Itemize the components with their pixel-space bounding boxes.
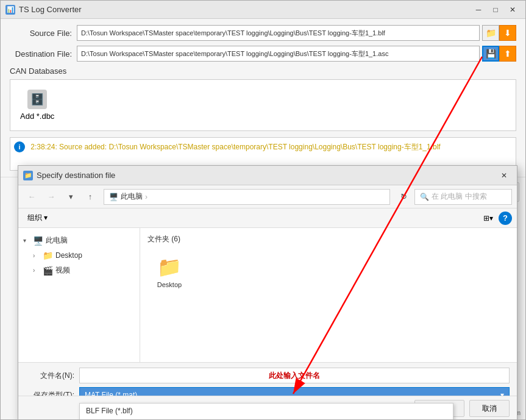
log-text: 2:38:24: Source added: D:\Tosun Workspac… <box>30 143 440 151</box>
dropdown-blf[interactable]: BLF File (*.blf) <box>80 404 453 418</box>
path-computer: 此电脑 <box>121 191 143 202</box>
window-title: TS Log Converter <box>19 5 82 14</box>
log-info-icon: i <box>14 141 25 152</box>
left-panel: ▾ 🖥️ 此电脑 › 📁 Desktop › 🎬 视频 <box>18 228 140 362</box>
expand-icon: ▾ <box>23 237 30 244</box>
folders-section-title: 文件夹 (6) <box>145 233 512 246</box>
dialog-title-bar: 📁 Specify destination file ✕ <box>18 166 517 185</box>
dialog-title-icon: 📁 <box>23 171 33 180</box>
add-dbc-button[interactable]: 🗄️ Add *.dbc <box>15 85 59 126</box>
tree-label-desktop: Desktop <box>55 251 135 260</box>
search-bar[interactable]: 🔍 在 此电脑 中搜索 <box>414 189 512 205</box>
minimize-button[interactable]: ─ <box>471 3 486 16</box>
tree-label-video: 视频 <box>55 265 135 276</box>
source-file-input[interactable] <box>77 25 480 41</box>
title-bar-left: 📊 TS Log Converter <box>5 5 82 15</box>
back-button[interactable]: ← <box>23 188 40 205</box>
specify-destination-dialog: 📁 Specify destination file ✕ ← → ▾ ↑ 🖥️ … <box>18 165 517 420</box>
path-sep: › <box>145 193 147 201</box>
folder-icon-desktop: 📁 <box>157 255 182 279</box>
search-placeholder: 在 此电脑 中搜索 <box>432 191 487 202</box>
filename-container <box>79 368 510 383</box>
folder-item-desktop[interactable]: 📁 Desktop <box>145 251 194 293</box>
desktop-icon: 📁 <box>43 251 53 260</box>
tree-item-computer[interactable]: ▾ 🖥️ 此电脑 <box>18 233 140 248</box>
cancel-button[interactable]: 取消 <box>469 400 510 417</box>
dest-upload-button[interactable]: ⬆ <box>499 46 516 62</box>
dbc-icon: 🗄️ <box>27 90 47 109</box>
expand-icon-desktop: › <box>33 252 40 259</box>
main-content: Source File: 📁 ⬇ Destination File: 💾 ⬆ C… <box>1 19 525 177</box>
computer-icon: 🖥️ <box>33 236 43 246</box>
tree-item-desktop[interactable]: › 📁 Desktop <box>18 248 140 263</box>
window-controls: ─ □ ✕ <box>471 3 521 16</box>
dest-btn-group: 💾 ⬆ <box>482 46 516 62</box>
dialog-close-button[interactable]: ✕ <box>496 169 512 182</box>
forward-button[interactable]: → <box>43 188 60 205</box>
dbc-area: 🗄️ Add *.dbc <box>10 79 516 131</box>
dialog-nav: ← → ▾ ↑ 🖥️ 此电脑 › ↻ 🔍 在 此电脑 中搜索 <box>18 185 517 208</box>
add-dbc-label: Add *.dbc <box>20 112 54 121</box>
title-bar: 📊 TS Log Converter ─ □ ✕ <box>1 1 525 19</box>
path-computer-icon: 🖥️ <box>109 193 118 201</box>
dialog-body: ▾ 🖥️ 此电脑 › 📁 Desktop › 🎬 视频 文件夹 (6) <box>18 228 517 362</box>
maximize-button[interactable]: □ <box>488 3 503 16</box>
path-bar[interactable]: 🖥️ 此电脑 › <box>104 189 390 205</box>
dialog-title-left: 📁 Specify destination file <box>23 171 115 180</box>
can-db-section-title: CAN Databases <box>10 66 516 76</box>
search-icon: 🔍 <box>420 193 429 201</box>
right-panel: 文件夹 (6) 📁 Desktop <box>140 228 517 362</box>
dialog-title-text: Specify destination file <box>37 171 115 180</box>
filename-row: 文件名(N): <box>26 368 510 383</box>
app-icon: 📊 <box>5 5 15 15</box>
filename-label: 文件名(N): <box>26 371 74 381</box>
dest-file-label: Destination File: <box>10 49 77 59</box>
video-icon: 🎬 <box>43 266 53 276</box>
folder-name-desktop: Desktop <box>157 281 182 288</box>
dest-file-input[interactable] <box>77 46 480 62</box>
organize-label: 组织 ▾ <box>27 213 48 223</box>
folder-grid: 📁 Desktop <box>145 251 512 293</box>
organize-button[interactable]: 组织 ▾ <box>23 211 52 225</box>
dialog-toolbar2: 组织 ▾ ⊞▾ ? <box>18 208 517 228</box>
refresh-button[interactable]: ↻ <box>395 188 412 205</box>
toolbar2-right: ⊞▾ ? <box>480 210 512 226</box>
close-button[interactable]: ✕ <box>505 3 521 16</box>
dest-file-row: Destination File: 💾 ⬆ <box>10 46 516 62</box>
source-download-button[interactable]: ⬇ <box>499 25 516 41</box>
source-file-label: Source File: <box>10 29 77 38</box>
up-button[interactable]: ↑ <box>82 188 99 205</box>
dropdown-button[interactable]: ▾ <box>62 188 79 205</box>
tree-item-video[interactable]: › 🎬 视频 <box>18 263 140 278</box>
filename-input[interactable] <box>79 368 510 383</box>
dialog-help-button[interactable]: ? <box>499 212 512 225</box>
source-browse-button[interactable]: 📁 <box>482 25 499 41</box>
filetype-dropdown: BLF File (*.blf) ASC File (*.asc) MAT Fi… <box>79 403 453 420</box>
source-btn-group: 📁 ⬇ <box>482 25 516 41</box>
dest-browse-button[interactable]: 💾 <box>482 46 499 62</box>
main-window: 📊 TS Log Converter ─ □ ✕ Source File: 📁 … <box>0 0 526 420</box>
expand-icon-video: › <box>33 267 40 274</box>
tree-label-computer: 此电脑 <box>46 235 135 246</box>
source-file-row: Source File: 📁 ⬇ <box>10 25 516 41</box>
view-button[interactable]: ⊞▾ <box>480 210 496 226</box>
